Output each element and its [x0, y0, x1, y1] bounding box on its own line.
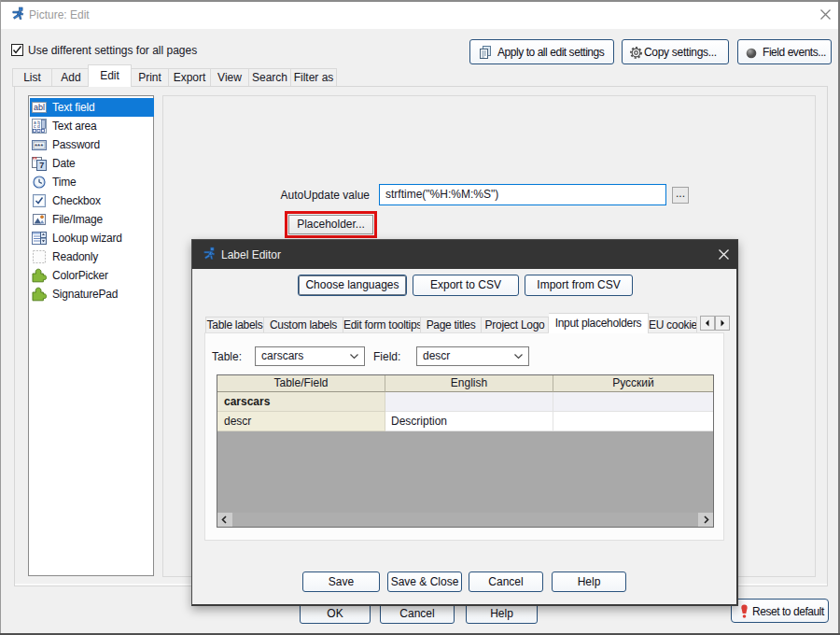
- svg-text:***: ***: [35, 142, 44, 150]
- svg-text:abl: abl: [34, 103, 45, 112]
- svg-text:c d: c d: [34, 123, 40, 129]
- svg-text:7: 7: [39, 161, 44, 170]
